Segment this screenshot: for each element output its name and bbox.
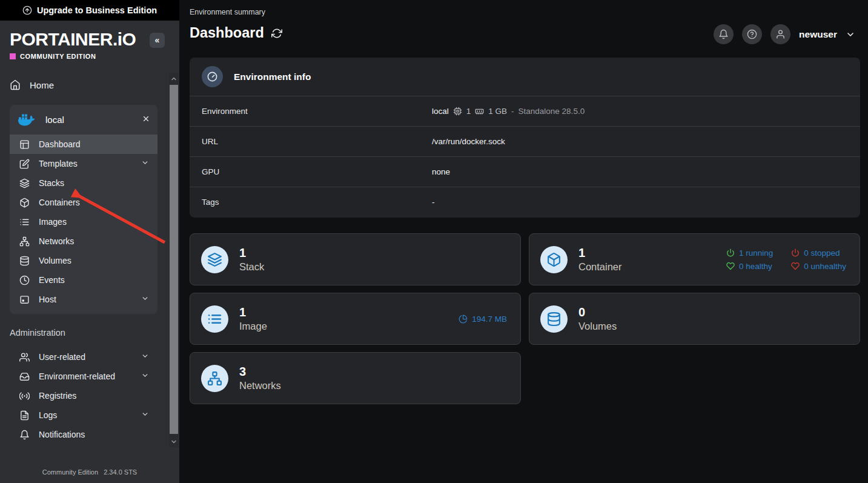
user-icon: [775, 29, 786, 39]
environment-section: local Dashboard Templates Stacks: [10, 105, 157, 314]
sidebar-item-images[interactable]: Images: [10, 212, 157, 232]
sidebar-item-label: Environment-related: [39, 371, 115, 381]
database-icon: [19, 256, 30, 266]
file-text-icon: [19, 410, 30, 421]
healthy-stat[interactable]: 0 healthy: [726, 262, 773, 271]
sidebar-item-networks[interactable]: Networks: [10, 232, 157, 251]
running-stat[interactable]: 1 running: [726, 248, 773, 258]
row-label: URL: [190, 137, 432, 146]
environment-info-title: Environment info: [234, 72, 311, 82]
close-icon: [142, 115, 150, 123]
sidebar-item-label: Dashboard: [39, 139, 81, 149]
chevron-down-icon: [141, 159, 149, 168]
page-title: Dashboard: [190, 25, 264, 41]
networks-card[interactable]: 3 Networks: [190, 352, 521, 404]
edition-square-icon: [10, 53, 16, 59]
chevron-down-icon: [141, 410, 149, 420]
scrollbar-thumb[interactable]: [170, 85, 178, 434]
close-environment-button[interactable]: [142, 115, 150, 125]
sidebar-item-logs[interactable]: Logs: [10, 405, 157, 425]
environment-value-name: local: [432, 107, 449, 116]
sidebar-footer: Community Edition 2.34.0 STS: [0, 468, 179, 476]
row-value: -: [432, 198, 435, 207]
power-icon: [726, 248, 735, 257]
administration-heading: Administration: [10, 328, 65, 338]
card-label: Networks: [239, 379, 281, 392]
cpu-count: 1: [466, 107, 471, 116]
row-label: Environment: [190, 107, 432, 116]
unhealthy-stat[interactable]: 0 unhealthy: [791, 262, 846, 271]
containers-card[interactable]: 1 Container 1 running 0 stopped 0 health…: [529, 233, 860, 285]
sidebar-item-events[interactable]: Events: [10, 270, 157, 290]
card-label: Image: [239, 320, 267, 333]
container-count: 1: [578, 245, 622, 261]
sidebar-item-label: Registries: [39, 391, 76, 401]
scroll-down-button[interactable]: [169, 436, 179, 447]
portainer-logo-text: PORTAINER.iO: [10, 29, 136, 50]
sidebar-item-notifications[interactable]: Notifications: [10, 425, 157, 444]
volume-count: 0: [578, 305, 617, 320]
layers-icon: [201, 246, 228, 273]
dashboard-cards: 1 Stack 1 Container 1 running: [190, 233, 860, 404]
stopped-stat[interactable]: 0 stopped: [791, 248, 846, 258]
heart-icon: [791, 262, 800, 270]
sidebar-item-environment-related[interactable]: Environment-related: [10, 367, 157, 386]
info-row-url: URL /var/run/docker.sock: [190, 126, 860, 156]
list-icon: [19, 217, 30, 227]
sidebar-item-host[interactable]: Host: [10, 290, 157, 309]
power-icon: [791, 248, 800, 257]
breadcrumb: Environment summary: [190, 8, 265, 16]
username[interactable]: newuser: [799, 29, 837, 40]
sidebar-scrollbar[interactable]: [169, 73, 179, 447]
sidebar-item-label: Templates: [39, 159, 78, 168]
edition-badge: COMMUNITY EDITION: [10, 53, 96, 60]
user-menu-button[interactable]: [846, 30, 855, 39]
upgrade-banner[interactable]: Upgrade to Business Edition: [0, 0, 179, 21]
sidebar-item-label: Images: [39, 217, 67, 227]
images-card[interactable]: 1 Image 194.7 MB: [190, 293, 521, 345]
stack-count: 1: [239, 245, 264, 261]
sidebar-item-volumes[interactable]: Volumes: [10, 251, 157, 270]
sidebar-collapse-button[interactable]: «: [150, 33, 165, 48]
clock-icon: [19, 275, 30, 285]
environment-info-header: Environment info: [190, 58, 860, 96]
arrow-up-circle-icon: [22, 5, 32, 15]
sidebar-item-dashboard[interactable]: Dashboard: [10, 135, 157, 154]
box-icon: [540, 246, 568, 273]
sidebar-item-registries[interactable]: Registries: [10, 386, 157, 405]
chevron-down-icon: [141, 352, 149, 362]
sidebar-item-user-related[interactable]: User-related: [10, 347, 157, 367]
environment-menu: Dashboard Templates Stacks Containers: [10, 135, 157, 309]
network-count: 3: [239, 364, 281, 379]
refresh-button[interactable]: [271, 28, 282, 39]
app-root: Upgrade to Business Edition PORTAINER.iO…: [0, 0, 868, 483]
sidebar-item-label: Networks: [39, 236, 74, 246]
bell-icon: [19, 430, 30, 440]
list-icon: [201, 305, 228, 333]
edit-icon: [19, 159, 30, 169]
scroll-up-button[interactable]: [169, 73, 179, 84]
notifications-button[interactable]: [714, 24, 734, 44]
drive-icon: [19, 371, 30, 382]
chevron-down-icon: [846, 30, 855, 39]
sidebar-item-templates[interactable]: Templates: [10, 154, 157, 173]
help-button[interactable]: [742, 24, 762, 44]
sidebar-item-containers[interactable]: Containers: [10, 193, 157, 212]
card-label: Container: [578, 261, 622, 273]
user-avatar[interactable]: [770, 24, 790, 44]
header-user-area: newuser: [714, 24, 855, 44]
stacks-card[interactable]: 1 Stack: [190, 233, 521, 285]
card-label: Stack: [239, 261, 264, 273]
sidebar-item-home[interactable]: Home: [5, 76, 162, 93]
images-total-size: 194.7 MB: [459, 315, 507, 324]
host-icon: [19, 295, 30, 305]
dashboard-icon: [19, 139, 30, 150]
bell-icon: [718, 29, 729, 39]
volumes-card[interactable]: 0 Volumes: [529, 293, 860, 345]
sidebar-item-label: Containers: [39, 198, 80, 207]
sidebar-item-stacks[interactable]: Stacks: [10, 173, 157, 193]
sidebar-item-label: Volumes: [39, 256, 71, 265]
chevron-down-icon: [170, 438, 177, 445]
container-stats: 1 running 0 stopped 0 healthy 0 unhealth…: [726, 248, 846, 271]
environment-header[interactable]: local: [10, 105, 157, 135]
